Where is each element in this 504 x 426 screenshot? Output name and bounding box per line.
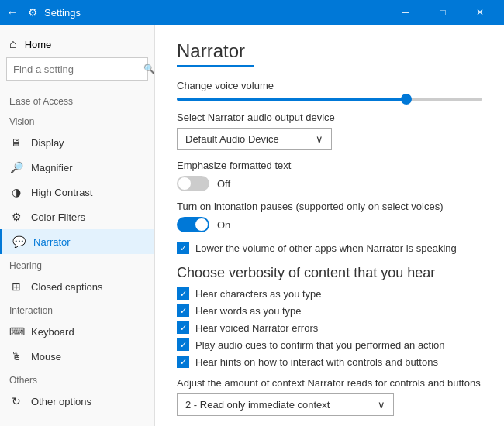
hear-chars-label: Hear characters as you type [195, 288, 322, 300]
lower-volume-row[interactable]: ✓ Lower the volume of other apps when Na… [177, 242, 482, 254]
magnifier-label: Magnifier [31, 162, 72, 173]
sidebar-item-color-filters[interactable]: ⚙ Color Filters [0, 204, 154, 229]
other-options-icon: ↻ [9, 395, 23, 407]
search-input[interactable] [13, 64, 143, 75]
context-amount-label: Adjust the amount of context Narrator re… [177, 377, 482, 389]
maximize-button[interactable]: □ [425, 0, 461, 25]
checkbox-hear-hints[interactable]: ✓ Hear hints on how to interact with con… [177, 356, 482, 368]
sidebar-home[interactable]: ⌂ Home [0, 25, 154, 57]
intonation-label: Turn on intonation pauses (supported onl… [177, 201, 482, 212]
back-icon[interactable]: ← [6, 5, 19, 19]
emphasize-toggle-row: Off [177, 176, 482, 191]
sidebar-item-narrator[interactable]: 💬 Narrator [0, 229, 154, 254]
sidebar-item-keyboard[interactable]: ⌨ Keyboard [0, 319, 154, 344]
home-label: Home [25, 39, 52, 50]
sidebar: ⌂ Home 🔍 Ease of Access Vision 🖥 Display… [0, 25, 155, 426]
display-icon: 🖥 [9, 136, 23, 149]
context-amount-chevron-icon: ∨ [378, 399, 385, 411]
audio-device-value: Default Audio Device [185, 133, 279, 145]
context-amount-dropdown[interactable]: 2 - Read only immediate context ∨ [177, 393, 394, 416]
audio-device-label: Select Narrator audio output device [177, 112, 482, 123]
other-options-label: Other options [31, 396, 91, 407]
checkbox-hear-chars[interactable]: ✓ Hear characters as you type [177, 287, 482, 300]
sidebar-item-other-options[interactable]: ↻ Other options [0, 389, 154, 414]
sidebar-item-closed-captions[interactable]: ⊞ Closed captions [0, 274, 154, 299]
hearing-label: Hearing [0, 254, 154, 274]
lower-volume-label: Lower the volume of other apps when Narr… [195, 242, 457, 254]
sidebar-item-high-contrast[interactable]: ◑ High Contrast [0, 180, 154, 204]
keyboard-icon: ⌨ [9, 325, 23, 338]
closed-captions-icon: ⊞ [9, 280, 23, 293]
narrator-icon: 💬 [12, 235, 26, 248]
mouse-label: Mouse [31, 351, 61, 362]
audio-cues-checkbox[interactable]: ✓ [177, 338, 189, 351]
context-amount-section: Adjust the amount of context Narrator re… [177, 377, 482, 416]
voice-volume-label: Change voice volume [177, 80, 482, 91]
main-content: Narrator Change voice volume Select Narr… [155, 25, 504, 426]
hear-words-label: Hear words as you type [195, 305, 302, 317]
emphasize-toggle-label: Off [217, 178, 230, 190]
others-label: Others [0, 369, 154, 389]
sidebar-item-mouse[interactable]: 🖱 Mouse [0, 344, 154, 369]
hear-errors-checkbox[interactable]: ✓ [177, 321, 189, 334]
keyboard-label: Keyboard [31, 326, 74, 338]
high-contrast-label: High Contrast [31, 187, 92, 198]
minimize-button[interactable]: ─ [388, 0, 423, 25]
intonation-toggle-row: On [177, 217, 482, 232]
closed-captions-label: Closed captions [31, 281, 103, 293]
narrator-label: Narrator [33, 236, 71, 248]
context-amount-value: 2 - Read only immediate context [185, 399, 330, 411]
accent-bar [177, 65, 254, 67]
mouse-icon: 🖱 [9, 350, 23, 362]
chevron-down-icon: ∨ [316, 133, 323, 145]
sidebar-item-display[interactable]: 🖥 Display [0, 130, 154, 155]
hear-hints-checkbox[interactable]: ✓ [177, 356, 189, 368]
emphasize-label: Emphasize formatted text [177, 160, 482, 171]
intonation-toggle-label: On [217, 219, 230, 231]
lower-volume-checkbox[interactable]: ✓ [177, 242, 189, 254]
hear-words-checkbox[interactable]: ✓ [177, 304, 189, 317]
hear-hints-label: Hear hints on how to interact with contr… [195, 356, 438, 368]
hear-chars-checkbox[interactable]: ✓ [177, 287, 189, 300]
hear-errors-label: Hear voiced Narrator errors [195, 322, 318, 334]
color-filters-label: Color Filters [31, 211, 85, 223]
emphasize-toggle[interactable] [177, 176, 209, 191]
voice-volume-slider[interactable] [177, 98, 482, 101]
high-contrast-icon: ◑ [9, 186, 23, 198]
vision-label: Vision [0, 110, 154, 130]
color-filters-icon: ⚙ [9, 211, 23, 223]
window-title: Settings [44, 7, 81, 19]
checkbox-hear-errors[interactable]: ✓ Hear voiced Narrator errors [177, 321, 482, 334]
settings-gear-icon: ⚙ [28, 6, 38, 19]
close-button[interactable]: ✕ [462, 0, 498, 25]
audio-device-dropdown[interactable]: Default Audio Device ∨ [177, 128, 332, 150]
search-box[interactable]: 🔍 [6, 57, 148, 81]
verbosity-heading: Choose verbosity of content that you hea… [177, 265, 482, 281]
interaction-label: Interaction [0, 299, 154, 319]
magnifier-icon: 🔎 [9, 161, 23, 173]
home-icon: ⌂ [9, 37, 17, 51]
checkbox-audio-cues[interactable]: ✓ Play audio cues to confirm that you pe… [177, 338, 482, 351]
intonation-toggle[interactable] [177, 217, 209, 232]
display-label: Display [31, 137, 64, 149]
search-icon: 🔍 [143, 64, 155, 74]
title-bar: ← ⚙ Settings ─ □ ✕ [0, 0, 504, 25]
voice-volume-section: Change voice volume [177, 80, 482, 101]
ease-of-access-label: Ease of Access [0, 90, 154, 110]
page-title: Narrator [177, 40, 482, 62]
sidebar-item-magnifier[interactable]: 🔎 Magnifier [0, 155, 154, 180]
checkbox-hear-words[interactable]: ✓ Hear words as you type [177, 304, 482, 317]
audio-cues-label: Play audio cues to confirm that you perf… [195, 339, 445, 351]
